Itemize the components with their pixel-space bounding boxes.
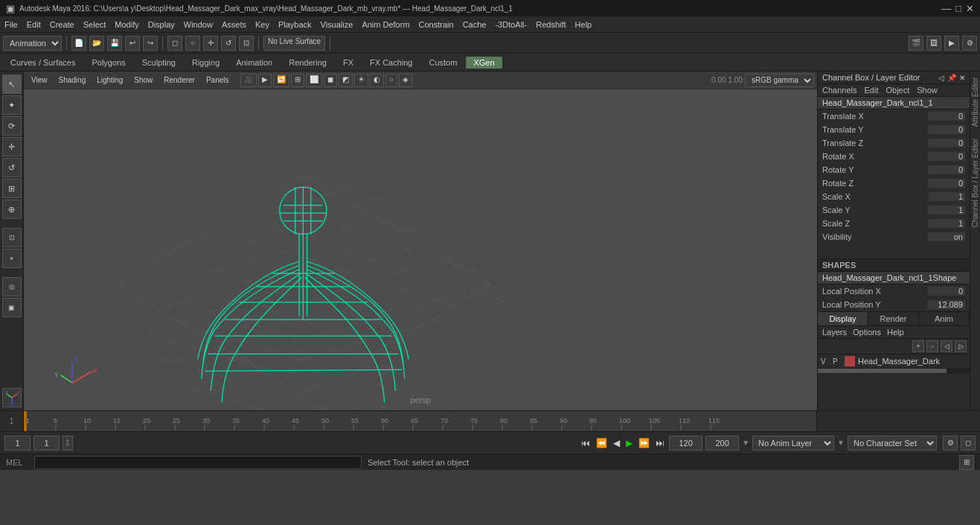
goto-end-btn[interactable]: ⏭ [654, 438, 666, 448]
render3-icon[interactable]: ▶ [944, 36, 959, 51]
status-icon[interactable]: ⊞ [959, 455, 974, 470]
layers-menu-options[interactable]: Options [853, 328, 881, 337]
menu-help[interactable]: Help [575, 20, 592, 29]
tab-custom[interactable]: Custom [422, 57, 465, 69]
snap-grid-btn[interactable]: ⊡ [2, 228, 22, 247]
menu-constrain[interactable]: Constrain [419, 20, 454, 29]
open-file-icon[interactable]: 📂 [89, 36, 104, 51]
menu-playback[interactable]: Playback [278, 20, 312, 29]
layer-scrollbar[interactable] [818, 368, 970, 374]
select-icon[interactable]: ◻ [167, 36, 182, 51]
vp-shadow-btn[interactable]: ◐ [370, 74, 384, 87]
vp-ao-btn[interactable]: ○ [385, 74, 397, 87]
vp-menu-renderer[interactable]: Renderer [159, 75, 199, 85]
tab-fx-caching[interactable]: FX Caching [362, 57, 420, 69]
ch-menu-channels[interactable]: Channels [822, 86, 856, 95]
goto-start-btn[interactable]: ⏮ [580, 438, 592, 448]
frame-current-input[interactable] [33, 436, 60, 451]
universal-btn[interactable]: ⊕ [2, 200, 22, 219]
cb-pin-icon[interactable]: 📌 [947, 74, 956, 82]
prefs-icon[interactable]: ⚙ [943, 436, 958, 451]
move-icon[interactable]: ✛ [203, 36, 218, 51]
vp-menu-panels[interactable]: Panels [202, 75, 234, 85]
tab-polygons[interactable]: Polygons [84, 57, 132, 69]
scale-icon[interactable]: ⊡ [239, 36, 254, 51]
new-file-icon[interactable]: 📄 [71, 36, 86, 51]
menu-window[interactable]: Window [184, 20, 213, 29]
tab-fx[interactable]: FX [336, 57, 361, 69]
tab-rendering[interactable]: Rendering [281, 57, 334, 69]
layer-scrollbar-thumb[interactable] [818, 369, 947, 373]
maximize-button[interactable]: □ [955, 3, 961, 14]
menu-create[interactable]: Create [50, 20, 74, 29]
rotate-icon[interactable]: ↺ [221, 36, 236, 51]
lasso-icon[interactable]: ○ [185, 36, 200, 51]
save-file-icon[interactable]: 💾 [107, 36, 122, 51]
viewport2-icon[interactable]: ◻ [961, 436, 976, 451]
gamma-dropdown[interactable]: sRGB gamma [745, 74, 814, 87]
lasso-sel-btn[interactable]: ⟳ [2, 116, 22, 136]
mode-dropdown[interactable]: Animation [3, 36, 62, 51]
char-set-select[interactable]: No Character Set [848, 436, 937, 451]
tab-rigging[interactable]: Rigging [185, 57, 227, 69]
menu-edit[interactable]: Edit [27, 20, 41, 29]
menu-visualize[interactable]: Visualize [321, 20, 353, 29]
menu-redshift[interactable]: Redshift [536, 20, 566, 29]
vp-iso-btn[interactable]: ◈ [399, 74, 412, 87]
tab-curves-surfaces[interactable]: Curves / Surfaces [3, 57, 83, 69]
channel-box-layer-tab[interactable]: Channel Box / Layer Editor [970, 133, 980, 234]
snap-curve-btn[interactable]: ⌖ [2, 249, 22, 268]
vp-texture-btn[interactable]: ◩ [339, 74, 353, 87]
menu-cache[interactable]: Cache [463, 20, 487, 29]
ch-menu-object[interactable]: Object [885, 86, 909, 95]
tab-display[interactable]: Display [818, 312, 868, 325]
menu-3dtoall[interactable]: -3DtoAll- [495, 20, 527, 29]
menu-file[interactable]: File [4, 20, 18, 29]
axes-widget-btn[interactable]: X Y Z [2, 388, 22, 407]
tab-render[interactable]: Render [868, 312, 919, 325]
undo-icon[interactable]: ↩ [125, 36, 140, 51]
attribute-editor-tab[interactable]: Attribute Editor [970, 71, 980, 133]
vp-light-btn[interactable]: ☀ [354, 74, 368, 87]
viewport[interactable]: View Shading Lighting Show Renderer Pane… [24, 71, 817, 410]
step-forward-btn[interactable]: ⏩ [637, 438, 651, 448]
vp-menu-shading[interactable]: Shading [54, 75, 91, 85]
menu-select[interactable]: Select [83, 20, 106, 29]
vp-menu-lighting[interactable]: Lighting [92, 75, 127, 85]
layers-menu-layers[interactable]: Layers [822, 328, 847, 337]
xray-btn[interactable]: ▣ [2, 298, 22, 317]
cb-shrink-icon[interactable]: ◁ [938, 74, 944, 82]
redo-icon[interactable]: ↪ [143, 36, 158, 51]
max-frame-input[interactable] [705, 436, 739, 451]
tab-sculpting[interactable]: Sculpting [135, 57, 183, 69]
timeline-ruler[interactable]: 1 5 10 15 20 25 30 35 40 45 50 55 60 [24, 411, 816, 432]
3d-scene[interactable]: X Y Z persp [24, 89, 817, 410]
vp-wireframe-btn[interactable]: ⬜ [306, 74, 322, 87]
render2-icon[interactable]: 🖼 [926, 36, 941, 51]
soft-sel-btn[interactable]: ◎ [2, 277, 22, 296]
vp-loop-btn[interactable]: 🔁 [273, 74, 289, 87]
render-icon[interactable]: 🎬 [909, 36, 923, 51]
settings-icon[interactable]: ⚙ [962, 36, 977, 51]
menu-animdeform[interactable]: Anim Deform [362, 20, 409, 29]
minimize-button[interactable]: — [941, 3, 951, 14]
menu-key[interactable]: Key [255, 20, 269, 29]
layer-prev-icon[interactable]: ◁ [941, 340, 952, 352]
live-surface-btn[interactable]: No Live Surface [263, 36, 325, 51]
mel-input[interactable] [34, 456, 362, 469]
playback-end-input[interactable] [669, 436, 702, 451]
tab-xgen[interactable]: XGen [466, 57, 502, 69]
frame-start-input[interactable] [4, 436, 31, 451]
anim-layer-select[interactable]: No Anim Layer [752, 436, 834, 451]
vp-cam-btn[interactable]: 🎥 [240, 74, 257, 87]
select-tool-btn[interactable]: ↖ [2, 74, 22, 94]
play-forward-btn[interactable]: ▶ [624, 438, 634, 448]
layers-menu-help[interactable]: Help [887, 328, 904, 337]
ch-menu-show[interactable]: Show [917, 86, 938, 95]
vp-menu-show[interactable]: Show [129, 75, 157, 85]
scale-tool-btn[interactable]: ⊞ [2, 179, 22, 198]
close-button[interactable]: ✕ [966, 3, 974, 14]
ch-menu-edit[interactable]: Edit [864, 86, 878, 95]
move-tool-btn[interactable]: ✛ [2, 137, 22, 156]
layer-next-icon[interactable]: ▷ [955, 340, 967, 352]
